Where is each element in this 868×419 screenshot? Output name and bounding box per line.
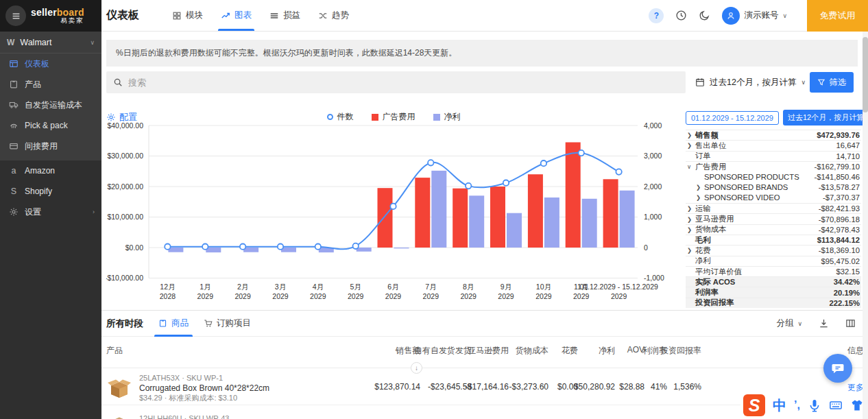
main-content: 仪表板 模块图表损益趋势 ? 演示账号 ∨ 免费试用 %日期后的退款和费用数据可… <box>101 0 868 419</box>
history-clock-icon[interactable] <box>675 10 687 21</box>
tab-损益[interactable]: 损益 <box>269 0 300 31</box>
svg-text:$0.00: $0.00 <box>125 243 143 252</box>
skin-shirt-icon[interactable] <box>850 398 864 412</box>
account-label: 演示账号 <box>744 10 778 21</box>
sidebar-item-products[interactable]: 产品 <box>0 74 101 95</box>
stat-row-实际-ACOS: 实际 ACOS34.42% <box>686 276 861 287</box>
column-header-花费[interactable]: 花费 <box>562 345 578 357</box>
column-header-亚马逊费用[interactable]: 亚马逊费用 <box>468 345 509 357</box>
channel-selector[interactable]: W Walmart ∨ <box>0 32 101 53</box>
download-icon[interactable] <box>819 318 829 328</box>
sidebar-item-dashboard[interactable]: 仪表板 <box>0 53 101 74</box>
products-header: 所有时段 商品订购项目 分组 ∨ <box>101 311 868 337</box>
tab-图表[interactable]: 图表 <box>221 0 252 31</box>
product-text: 12HLHH60U · SKU WP-43Corrugated Box 11*6… <box>139 414 234 419</box>
chevron-right-icon[interactable]: ❯ <box>687 132 695 139</box>
stat-row-运输[interactable]: ❯运输-$82,421.93 <box>686 203 861 213</box>
tab-模块[interactable]: 模块 <box>172 0 203 31</box>
svg-text:10月: 10月 <box>536 283 551 291</box>
stat-row-货物成本[interactable]: ❯货物成本-$42,978.43 <box>686 224 861 235</box>
stat-row-SPONSORED-PRODUCTS: SPONSORED PRODUCTS-$141,850.46 <box>686 171 861 182</box>
filter-button[interactable]: 筛选 <box>810 72 854 93</box>
chevron-right-icon[interactable]: ❯ <box>687 142 695 149</box>
column-header-投资回报率[interactable]: 投资回报率 <box>660 345 701 357</box>
stat-label: 销售额 <box>695 130 817 141</box>
stat-label: 花费 <box>695 246 819 256</box>
walmart-badge: W <box>7 38 14 47</box>
ime-chinese-mode-button[interactable]: 中 <box>773 396 786 415</box>
tab-label: 订购项目 <box>217 318 251 329</box>
tab-商品[interactable]: 商品 <box>158 311 189 337</box>
sidebar-item-label: 产品 <box>25 79 41 91</box>
channel-label: Walmart <box>20 38 84 47</box>
product-cell[interactable]: 12HLHH60U · SKU WP-43Corrugated Box 11*6… <box>106 411 234 419</box>
chevron-right-icon[interactable]: ❯ <box>687 205 695 212</box>
period-selector[interactable]: 过去12个月，按月计算 ∨ <box>695 77 806 88</box>
stat-row-售出单位[interactable]: ❯售出单位16,647 <box>686 140 861 150</box>
chevron-down-icon: ∨ <box>782 12 787 19</box>
help-button[interactable]: ? <box>649 8 664 23</box>
hamburger-menu-button[interactable] <box>5 5 26 26</box>
chevron-right-icon[interactable]: ❯ <box>687 247 695 254</box>
column-header-自有自发货发货[interactable]: 自有自发货发货 <box>414 345 472 357</box>
dark-mode-moon-icon[interactable] <box>699 10 710 21</box>
scrollbar-thumb[interactable] <box>863 37 868 112</box>
date-range-input[interactable]: 01.12.2029 - 15.12.2029 <box>686 111 779 125</box>
sidebar-item-shopify[interactable]: SShopify <box>0 181 101 202</box>
svg-text:2029: 2029 <box>348 292 364 300</box>
tab-订购项目[interactable]: 订购项目 <box>204 311 251 337</box>
chevron-right-icon[interactable]: ❯ <box>687 226 695 233</box>
stat-row-SPONSORED-VIDEO[interactable]: ❯SPONSORED VIDEO-$7,370.37 <box>686 193 861 203</box>
stat-value: -$18,369.10 <box>819 246 860 254</box>
sidebar-item-settings[interactable]: 设置 › <box>0 202 101 222</box>
stat-label: 售出单位 <box>695 141 836 151</box>
ime-logo-button[interactable]: S <box>743 394 765 416</box>
svg-text:-$10,000.00: -$10,000.00 <box>106 274 143 282</box>
svg-text:$10,000.00: $10,000.00 <box>107 213 143 221</box>
sidebar-item-shipping-cost[interactable]: 自发货运输成本 <box>0 95 101 115</box>
stat-row-销售额[interactable]: ❯销售额$472,939.76 <box>686 130 861 140</box>
product-cell[interactable]: 25LATH53X · SKU WP-1Corrugated Box Brown… <box>106 374 269 403</box>
search-box[interactable] <box>106 71 686 93</box>
tab-趋势[interactable]: 趋势 <box>318 0 349 31</box>
sidebar-item-indirect-costs[interactable]: 间接费用 <box>0 136 101 156</box>
free-trial-button[interactable]: 免费试用 <box>807 0 868 32</box>
column-header-信息[interactable]: 信息 <box>847 345 864 357</box>
chevron-down-icon[interactable]: ∨ <box>687 163 695 170</box>
columns-icon[interactable] <box>845 318 856 328</box>
cart-icon <box>204 319 213 328</box>
stat-label: SPONSORED BRANDS <box>704 183 819 191</box>
chat-fab-button[interactable] <box>823 354 852 383</box>
pnl-rows-icon <box>269 11 279 21</box>
chevron-right-icon[interactable]: ❯ <box>687 216 695 223</box>
stat-row-SPONSORED-BRANDS[interactable]: ❯SPONSORED BRANDS-$13,578.27 <box>686 182 861 192</box>
svg-text:2029: 2029 <box>498 292 514 300</box>
column-header-净利[interactable]: 净利 <box>599 345 615 357</box>
svg-text:2029: 2029 <box>573 292 590 300</box>
search-input[interactable] <box>128 77 679 88</box>
stat-row-广告费用[interactable]: ∨广告费用-$162,799.10 <box>686 161 861 171</box>
page-scrollbar[interactable] <box>863 32 868 419</box>
period-title: 所有时段 <box>106 318 143 330</box>
ime-punctuation-button[interactable]: ’, <box>794 399 800 411</box>
stats-period-button[interactable]: 过去12个月，按月计算 <box>783 110 868 125</box>
sidebar-item-amazon[interactable]: aAmazon <box>0 160 101 181</box>
sidebar-item-pick-pack[interactable]: Pick & pack <box>0 115 101 136</box>
microphone-icon[interactable] <box>808 398 821 412</box>
chevron-right-icon[interactable]: ❯ <box>696 184 704 191</box>
stat-label: SPONSORED VIDEO <box>704 193 823 202</box>
stat-row-花费[interactable]: ❯花费-$18,369.10 <box>686 245 861 255</box>
column-header-货物成本[interactable]: 货物成本 <box>516 345 548 357</box>
group-by-selector[interactable]: 分组 ∨ <box>776 318 802 329</box>
stat-value: 16,647 <box>836 141 860 149</box>
account-menu[interactable]: 演示账号 ∨ <box>722 7 787 25</box>
more-link[interactable]: 更多 <box>847 382 864 394</box>
sidebar-item-label: Shopify <box>25 187 52 196</box>
chevron-right-icon[interactable]: ❯ <box>696 194 704 201</box>
avatar <box>722 7 740 25</box>
clipboard-icon <box>158 319 167 328</box>
pick-icon <box>9 121 19 130</box>
column-header-product[interactable]: 产品 <box>106 345 123 357</box>
keyboard-icon[interactable] <box>829 398 843 412</box>
stat-row-亚马逊费用[interactable]: ❯亚马逊费用-$70,896.18 <box>686 213 861 224</box>
